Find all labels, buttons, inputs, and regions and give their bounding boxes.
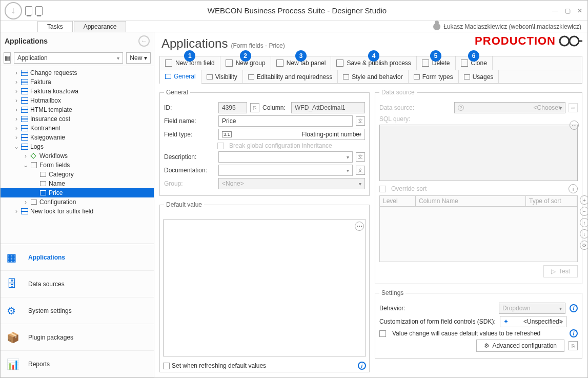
gear-icon: ⚙ bbox=[484, 342, 490, 349]
toolbar-button[interactable]: 2New group bbox=[220, 56, 271, 70]
tree-item[interactable]: ›Kontrahent bbox=[1, 124, 154, 133]
settings-fieldset: Settings Behavior: Dropdown i Customizat… bbox=[375, 289, 582, 359]
datasource-legend: Data source bbox=[379, 89, 417, 96]
advanced-extra-icon[interactable]: ⎘ bbox=[569, 341, 578, 350]
tree-item[interactable]: ›Workflows bbox=[1, 151, 154, 161]
sql-editor bbox=[379, 125, 578, 181]
type-label: Field type: bbox=[164, 131, 215, 138]
tree-item[interactable]: Category bbox=[1, 170, 154, 179]
id-label: ID: bbox=[164, 104, 215, 111]
tree-item[interactable]: ›Faktura bbox=[1, 77, 154, 87]
content-tab[interactable]: Form types bbox=[409, 70, 459, 83]
nav-item[interactable]: 📊Reports bbox=[1, 351, 154, 377]
type-dropdown[interactable]: 3.1 Floating-point number bbox=[218, 129, 365, 140]
toolbar-button[interactable]: 5Delete bbox=[417, 56, 456, 70]
set-refresh-label: Set when refreshing default values bbox=[172, 362, 266, 369]
defval-expand-icon[interactable]: ⋯ bbox=[355, 222, 364, 231]
refresh-info-icon[interactable]: i bbox=[570, 329, 578, 337]
toolbar-button[interactable]: 4Save & publish process bbox=[331, 56, 416, 70]
toolbar-icon bbox=[461, 59, 468, 67]
defval-editor[interactable] bbox=[163, 220, 366, 356]
nav-item[interactable]: ▦Applications bbox=[1, 244, 154, 271]
toolbar-icon bbox=[422, 59, 429, 67]
desc-input[interactable] bbox=[218, 151, 353, 163]
app-menu-circle[interactable] bbox=[5, 2, 22, 19]
user-icon bbox=[433, 23, 440, 30]
content-tab[interactable]: General bbox=[160, 70, 201, 84]
webcon-logo-icon bbox=[559, 34, 582, 48]
doc-translate-icon[interactable]: 文 bbox=[356, 166, 365, 175]
nav-item[interactable]: 📦Plugin packages bbox=[1, 324, 154, 351]
maximize-button[interactable]: ▢ bbox=[564, 7, 571, 14]
sidebar-filter-icon[interactable]: ▦ bbox=[4, 52, 11, 64]
sort-col-type: Type of sort bbox=[526, 196, 577, 206]
column-label: Column: bbox=[262, 104, 288, 111]
sidebar-new-button[interactable]: New ▾ bbox=[126, 52, 151, 64]
tree-item[interactable]: Name bbox=[1, 179, 154, 188]
tab-icon bbox=[464, 74, 470, 79]
content-tab[interactable]: Visibility bbox=[201, 70, 243, 83]
tree-item[interactable]: ›Hotmailbox bbox=[1, 96, 154, 105]
desc-translate-icon[interactable]: 文 bbox=[356, 152, 365, 162]
defval-legend: Default value bbox=[164, 201, 204, 208]
sdk-dropdown[interactable]: ✦ <Unspecified> bbox=[500, 316, 566, 327]
name-input[interactable]: Price bbox=[218, 115, 353, 127]
behavior-info-icon[interactable]: i bbox=[570, 304, 578, 312]
ribbon-tab-tasks[interactable]: Tasks bbox=[37, 21, 73, 32]
redo-icon[interactable] bbox=[35, 6, 43, 15]
test-button: ▷ Test bbox=[543, 265, 578, 277]
content-tab[interactable]: Editability and requiredness bbox=[243, 70, 338, 83]
behavior-dropdown: Dropdown bbox=[499, 303, 565, 314]
tab-icon bbox=[343, 74, 349, 79]
toolbar-button[interactable]: 1New form field bbox=[160, 56, 220, 70]
sort-col-name: Column Name bbox=[416, 196, 526, 206]
id-lookup-icon[interactable]: ⎘ bbox=[250, 103, 259, 112]
tree-item[interactable]: ⌄Logs bbox=[1, 142, 154, 151]
content-tab[interactable]: Usages bbox=[459, 70, 499, 83]
desc-label: Description: bbox=[164, 153, 215, 161]
advanced-config-button[interactable]: ⚙ Advanced configuration bbox=[476, 340, 564, 352]
sort-down-icon: ↓ bbox=[580, 229, 588, 238]
doc-input[interactable] bbox=[218, 165, 353, 176]
close-button[interactable]: ✕ bbox=[576, 7, 583, 14]
tree-item[interactable]: ›Configuration bbox=[1, 197, 154, 207]
tab-icon bbox=[248, 74, 254, 79]
toolbar-icon bbox=[226, 59, 233, 67]
sidebar-type-dropdown[interactable]: Application bbox=[14, 52, 123, 64]
column-value: WFD_AttDecimal1 bbox=[291, 102, 365, 113]
user-info: Łukasz Maciaszkiewicz (webcon\l.maciaszk… bbox=[433, 23, 581, 30]
callout-badge: 3 bbox=[295, 50, 307, 62]
nav-item[interactable]: 🗄Data sources bbox=[1, 271, 154, 297]
refresh-values-checkbox[interactable] bbox=[379, 330, 386, 337]
sort-col-level: Level bbox=[380, 196, 416, 206]
set-refresh-checkbox[interactable] bbox=[163, 363, 170, 369]
override-sort-checkbox bbox=[379, 186, 386, 192]
callout-badge: 2 bbox=[240, 50, 251, 62]
tree-item[interactable]: ›Księgowanie bbox=[1, 133, 154, 142]
sidebar-back-icon[interactable]: ← bbox=[138, 35, 150, 47]
tree-item[interactable]: ›New look for suffix field bbox=[1, 207, 154, 216]
undo-icon[interactable] bbox=[25, 6, 32, 15]
ribbon-tab-appearance[interactable]: Appearance bbox=[74, 21, 127, 32]
name-translate-icon[interactable]: 文 bbox=[356, 116, 365, 126]
toolbar-icon bbox=[165, 59, 172, 67]
tree-item[interactable]: ›Faktura kosztowa bbox=[1, 87, 154, 96]
toolbar-button[interactable]: 3New tab panel bbox=[271, 56, 332, 70]
tree-item[interactable]: ›Insurance cost bbox=[1, 114, 154, 124]
tree-item[interactable]: Price bbox=[1, 188, 154, 197]
tree[interactable]: ›Change requests›Faktura›Faktura kosztow… bbox=[1, 66, 154, 244]
toolbar-button[interactable]: 6Clone bbox=[456, 56, 493, 70]
sort-remove-icon: − bbox=[580, 207, 588, 216]
toolbar-icon bbox=[336, 59, 343, 67]
content-tab[interactable]: Style and behavior bbox=[338, 70, 408, 83]
nav-item[interactable]: ⚙System settings bbox=[1, 297, 154, 324]
tree-item[interactable]: ⌄Form fields bbox=[1, 161, 154, 170]
datasource-fieldset: Data source Data source: ? <Choose> ⇨ SQ… bbox=[375, 89, 582, 284]
tree-item[interactable]: ›HTML template bbox=[1, 105, 154, 114]
ds-go-icon: ⇨ bbox=[569, 103, 578, 112]
minimize-button[interactable]: — bbox=[552, 7, 559, 14]
sort-add-icon: + bbox=[580, 195, 588, 205]
defval-info-icon[interactable]: i bbox=[358, 362, 366, 370]
tree-item[interactable]: ›Change requests bbox=[1, 68, 154, 77]
behavior-label: Behavior: bbox=[379, 305, 405, 312]
